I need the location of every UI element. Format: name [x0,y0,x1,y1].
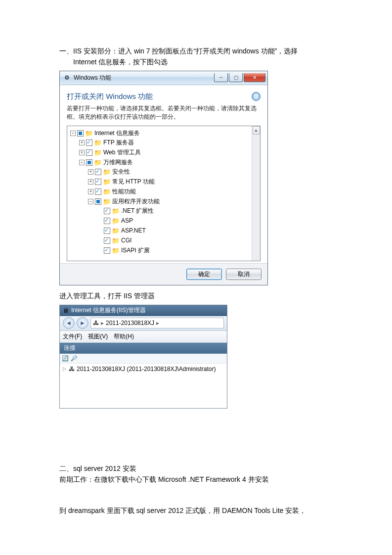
folder-icon: 📁 [112,227,120,234]
checkbox-checked[interactable] [95,169,101,175]
checkbox-checked[interactable] [86,139,92,146]
section-2-line-1: 二、sql server 2012 安装 [59,463,333,474]
expand-icon[interactable]: + [79,150,85,155]
checkbox-checked[interactable] [104,208,110,214]
iis-icon: 🖥 [63,307,69,314]
collapse-icon[interactable]: − [79,160,85,165]
folder-icon: 📁 [85,130,93,137]
checkbox-mixed[interactable] [86,159,92,166]
checkbox-checked[interactable] [95,179,101,185]
tree-item-label[interactable]: Internet 信息服务 [94,129,140,138]
tree-item-label[interactable]: FTP 服务器 [103,139,134,147]
expand-icon[interactable]: + [79,140,85,145]
menu-help[interactable]: 帮助(H) [114,332,134,341]
tree-item-label[interactable]: ISAPI 扩展 [121,246,150,255]
collapse-icon[interactable]: − [70,131,76,136]
nav-forward-button[interactable]: ► [77,317,88,329]
folder-icon: 📁 [103,198,111,205]
section-1-line-1: 一、IIS 安装部分：进入 win 7 控制面板点击“打开或关闭 windows… [59,46,333,56]
folder-icon: 📁 [94,149,102,156]
feature-tree[interactable]: ▲ − 📁 Internet 信息服务 [67,126,261,261]
breadcrumb[interactable]: 🖧 ▸ 2011-20130818XJ ▸ [90,318,224,328]
section-1-line-2: Internet 信息服务，按下图勾选 [59,56,333,67]
expand-icon[interactable]: + [88,189,93,194]
gear-icon: ⚙ [63,74,71,82]
scroll-up[interactable]: ▲ [253,126,260,135]
toolbar-icon[interactable]: 🔎 [71,355,78,362]
folder-icon: 📁 [112,217,120,225]
help-icon[interactable]: ? [252,92,261,101]
after-dialog-text: 进入管理工具，打开 IIS 管理器 [59,290,333,301]
dialog-description: 若要打开一种功能，请选择其复选框。若要关闭一种功能，请清除其复选框。填充的框表示… [67,104,261,121]
toolbar-icon[interactable]: 🔄 [62,355,69,362]
tree-item-label[interactable]: ASP [121,217,133,224]
dialog-title: Windows 功能 [74,74,214,82]
spacer [97,208,102,214]
checkbox-mixed[interactable] [77,130,84,137]
dialog-heading: 打开或关闭 Windows 功能 [67,92,153,101]
server-icon: 🖧 [93,320,99,326]
tree-item-label[interactable]: 安全性 [112,168,130,176]
chevron-right-icon: ▸ [101,320,104,326]
breadcrumb-label: 2011-20130818XJ [106,320,154,326]
server-node-label: 2011-20130818XJ (2011-20130818XJ\Adminis… [77,366,216,372]
windows-features-dialog: ⚙ Windows 功能 ─ ▢ ✕ 打开或关闭 Windows 功能 ? 若要… [59,71,268,286]
tree-item-label[interactable]: 性能功能 [112,187,136,196]
iis-manager-window: 🖥 Internet 信息服务(IIS)管理器 ◄ ► 🖧 ▸ 2011-201… [59,305,227,409]
expand-icon[interactable]: + [88,179,93,185]
tree-item-label[interactable]: 应用程序开发功能 [112,197,160,206]
nav-back-button[interactable]: ◄ [63,317,75,329]
tree-item-label[interactable]: 常见 HTTP 功能 [112,178,155,186]
checkbox-checked[interactable] [104,218,110,224]
menu-view[interactable]: 视图(V) [88,332,108,341]
server-node[interactable]: ▷ 🖧 2011-20130818XJ (2011-20130818XJ\Adm… [60,364,227,374]
ok-button[interactable]: 确定 [186,269,222,280]
folder-icon: 📁 [103,168,111,176]
tree-item-label[interactable]: ASP.NET [121,227,146,234]
spacer [97,228,102,233]
checkbox-checked[interactable] [104,247,110,254]
server-icon: 🖧 [69,366,75,372]
folder-icon: 📁 [94,139,102,146]
chevron-right-icon: ▸ [156,320,159,326]
iis-title-text: Internet 信息服务(IIS)管理器 [71,306,146,315]
menu-bar: 文件(F) 视图(V) 帮助(H) [60,331,227,343]
spacer [97,248,102,253]
iis-titlebar[interactable]: 🖥 Internet 信息服务(IIS)管理器 [60,305,227,316]
spacer [97,218,102,224]
tree-item-label[interactable]: CGI [121,237,131,244]
cancel-button[interactable]: 取消 [226,269,261,280]
checkbox-checked[interactable] [104,228,110,234]
maximize-button[interactable]: ▢ [229,73,243,82]
dialog-titlebar[interactable]: ⚙ Windows 功能 ─ ▢ ✕ [60,71,267,85]
checkbox-checked[interactable] [86,149,92,156]
minimize-button[interactable]: ─ [214,73,228,82]
folder-icon: 📁 [112,207,120,215]
tree-item-label[interactable]: .NET 扩展性 [121,207,154,215]
iis-navbar: ◄ ► 🖧 ▸ 2011-20130818XJ ▸ [60,316,227,331]
collapse-icon[interactable]: − [88,199,93,204]
scrollbar[interactable]: ▲ [252,126,260,261]
expand-icon[interactable]: ▷ [63,366,67,371]
section-2-line-3: 到 dreamspark 里面下载 sql server 2012 正式版，用 … [59,505,333,516]
folder-icon: 📁 [103,178,111,185]
folder-icon: 📁 [103,188,111,195]
close-button[interactable]: ✕ [244,73,265,82]
folder-icon: 📁 [112,237,120,244]
checkbox-checked[interactable] [95,188,101,195]
expand-icon[interactable]: + [88,169,93,175]
tree-item-label[interactable]: 万维网服务 [103,158,133,167]
connections-header: 连接 [60,343,227,354]
panel-toolbar: 🔄 🔎 [60,354,227,364]
section-2-line-2: 前期工作：在微软下载中心下载 Microsoft .NET Framework … [59,474,333,485]
menu-file[interactable]: 文件(F) [63,332,82,341]
spacer [97,238,102,243]
checkbox-checked[interactable] [104,237,110,244]
checkbox-mixed[interactable] [95,198,101,205]
folder-icon: 📁 [112,247,120,254]
tree-item-label[interactable]: Web 管理工具 [103,148,141,157]
folder-icon: 📁 [94,159,102,166]
